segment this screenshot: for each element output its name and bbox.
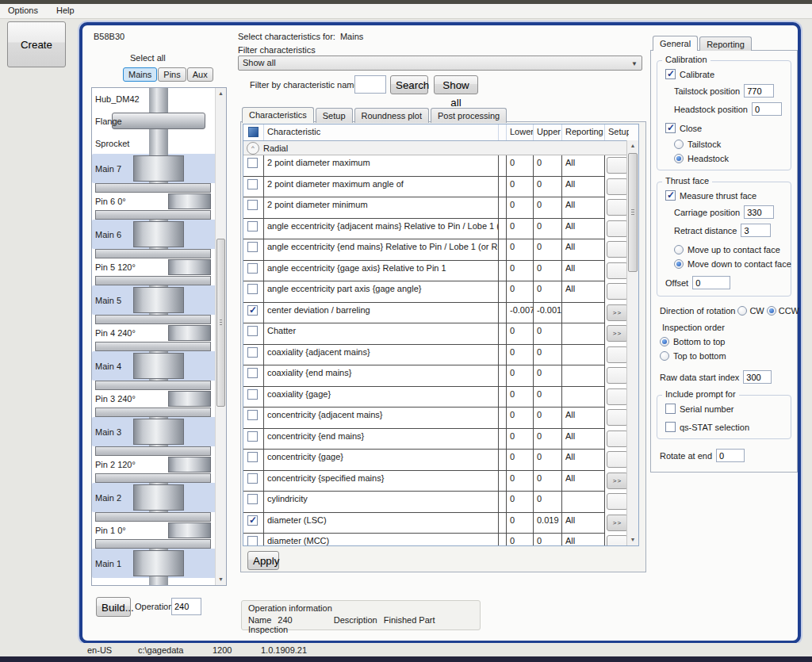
upper-value[interactable]: 0 <box>534 261 562 282</box>
characteristic-name[interactable]: concentricity {end mains} <box>264 429 499 450</box>
setup-button[interactable] <box>607 241 628 258</box>
characteristic-name[interactable]: coaxiality {gage} <box>264 387 499 408</box>
row-checkbox[interactable] <box>247 179 258 189</box>
reporting-value[interactable]: All <box>562 471 605 492</box>
lower-value[interactable]: 0 <box>507 534 534 546</box>
lower-value[interactable]: 0 <box>507 513 534 534</box>
row-checkbox[interactable] <box>247 494 258 504</box>
feature-item-main-3[interactable]: Main 3 <box>92 417 217 446</box>
serial-number-checkbox[interactable] <box>665 404 676 414</box>
scroll-down-icon[interactable]: ▼ <box>216 575 226 584</box>
feature-item-flange[interactable]: Flange <box>92 109 217 132</box>
feature-item-pin-6-0-[interactable]: Pin 6 0° <box>92 183 217 220</box>
lower-value[interactable]: 0 <box>507 450 534 471</box>
upper-value[interactable]: 0 <box>534 239 562 261</box>
reporting-value[interactable]: All <box>562 450 605 471</box>
feature-list-scrollbar[interactable]: ▲ ▼ <box>215 88 226 585</box>
feature-item-pin-3-240-[interactable]: Pin 3 240° <box>92 381 217 417</box>
tab-post-processing[interactable]: Post processing <box>431 108 507 123</box>
close-tailstock-radio[interactable] <box>674 140 684 149</box>
reporting-value[interactable] <box>562 303 605 324</box>
row-checkbox[interactable] <box>247 158 258 168</box>
reporting-value[interactable]: All <box>562 177 605 198</box>
scroll-down-icon[interactable]: ▼ <box>627 535 638 545</box>
characteristic-name[interactable]: concentricity {gage} <box>264 450 499 471</box>
row-checkbox[interactable] <box>247 305 258 316</box>
top-to-bottom-radio[interactable] <box>660 351 669 361</box>
row-checkbox[interactable] <box>247 347 258 358</box>
search-button[interactable]: Search <box>390 75 428 94</box>
feature-item-main-2[interactable]: Main 2 <box>92 483 217 512</box>
move-up-radio[interactable] <box>674 245 684 254</box>
setup-button[interactable] <box>607 178 628 195</box>
setup-button[interactable] <box>607 367 628 384</box>
calibrate-checkbox[interactable] <box>665 69 676 79</box>
characteristic-name[interactable]: Chatter <box>264 323 499 345</box>
lower-value[interactable]: 0 <box>507 492 534 513</box>
upper-value[interactable]: 0 <box>534 155 562 177</box>
upper-value[interactable]: 0 <box>534 197 562 219</box>
lower-value[interactable]: 0 <box>507 323 534 345</box>
carriage-position-input[interactable] <box>744 205 774 219</box>
setup-button[interactable] <box>607 535 628 546</box>
upper-value[interactable]: 0 <box>534 450 562 471</box>
feature-item-pin-4-240-[interactable]: Pin 4 240° <box>92 315 217 351</box>
row-checkbox[interactable] <box>247 263 258 274</box>
feature-item-pin-2-120-[interactable]: Pin 2 120° <box>92 446 217 483</box>
close-headstock-radio[interactable] <box>674 154 684 163</box>
reporting-value[interactable]: All <box>562 155 605 177</box>
operation-input[interactable] <box>171 598 201 615</box>
build-button[interactable]: Build... <box>96 597 131 617</box>
measure-thrust-face-checkbox[interactable] <box>665 190 676 201</box>
lower-value[interactable]: 0 <box>507 239 534 261</box>
upper-value[interactable]: 0 <box>534 534 562 546</box>
retract-distance-input[interactable] <box>741 224 771 237</box>
upper-value[interactable]: 0.019 <box>534 513 562 534</box>
setup-button[interactable]: >> <box>607 304 628 321</box>
close-checkbox[interactable] <box>665 123 676 133</box>
tab-setup[interactable]: Setup <box>316 108 353 123</box>
cw-radio[interactable] <box>737 306 747 316</box>
rotate-at-end-input[interactable] <box>716 449 745 462</box>
upper-value[interactable]: 0 <box>534 429 562 450</box>
characteristic-name[interactable]: 2 point diameter maximum <box>264 155 499 177</box>
setup-button[interactable]: >> <box>607 325 628 342</box>
row-checkbox[interactable] <box>247 221 258 232</box>
move-down-radio[interactable] <box>674 259 684 269</box>
row-checkbox[interactable] <box>247 284 258 294</box>
lower-value[interactable]: 0 <box>507 155 534 177</box>
tailstock-position-input[interactable] <box>744 84 774 98</box>
setup-button[interactable]: >> <box>607 473 628 489</box>
lower-value[interactable]: 0 <box>507 345 534 366</box>
feature-item-pin-5-120-[interactable]: Pin 5 120° <box>92 249 217 285</box>
qs-stat-selection-checkbox[interactable] <box>665 422 676 432</box>
row-checkbox[interactable] <box>247 242 258 252</box>
apply-button[interactable]: Apply <box>247 551 279 570</box>
row-checkbox[interactable] <box>247 326 258 336</box>
tab-roundness-plot[interactable]: Roundness plot <box>354 108 429 123</box>
upper-value[interactable]: 0 <box>534 408 562 429</box>
upper-value[interactable]: 0 <box>534 471 562 492</box>
upper-value[interactable]: 0 <box>534 345 562 366</box>
row-checkbox[interactable] <box>247 368 258 378</box>
scroll-up-icon[interactable]: ▲ <box>216 89 226 98</box>
lower-value[interactable]: 0 <box>507 219 534 240</box>
lower-value[interactable]: 0 <box>507 408 534 429</box>
create-button[interactable]: Create <box>7 21 66 67</box>
lower-value[interactable]: 0 <box>507 387 534 408</box>
reporting-value[interactable]: All <box>562 408 605 429</box>
tab-mains[interactable]: Mains <box>123 67 157 82</box>
lower-value[interactable]: 0 <box>507 261 534 282</box>
setup-button[interactable] <box>607 199 628 216</box>
setup-button[interactable] <box>607 409 628 426</box>
reporting-value[interactable]: All <box>562 239 605 261</box>
ccw-radio[interactable] <box>767 306 776 316</box>
lower-value[interactable]: 0 <box>507 177 534 198</box>
reporting-value[interactable] <box>562 387 605 408</box>
characteristic-name[interactable]: cylindricity <box>264 492 499 513</box>
characteristic-name[interactable]: angle eccentricity part axis {gage angle… <box>264 281 499 303</box>
row-checkbox[interactable] <box>247 410 258 420</box>
setup-button[interactable] <box>607 451 628 468</box>
tab-pins[interactable]: Pins <box>158 67 186 82</box>
reporting-value[interactable] <box>562 492 605 513</box>
